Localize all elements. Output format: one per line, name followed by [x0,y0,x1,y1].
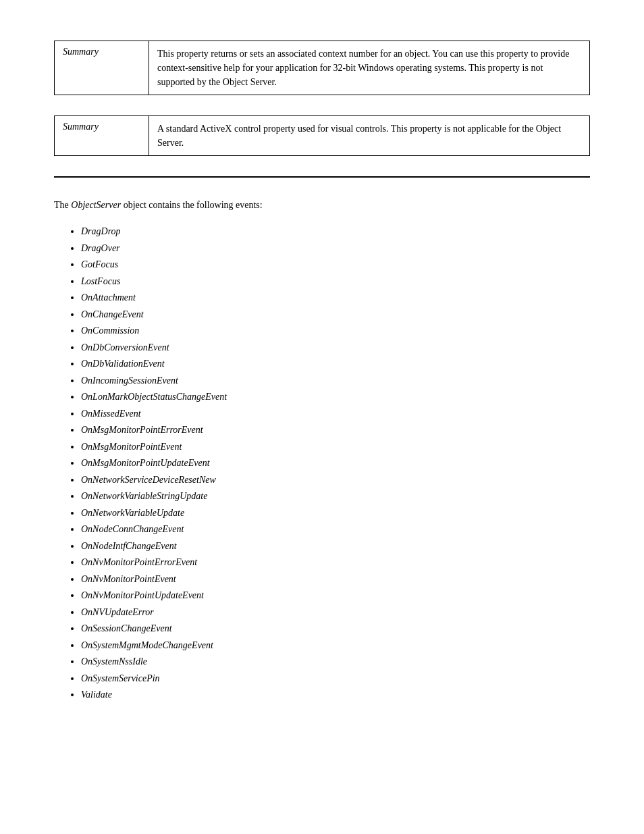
list-item: OnChangeEvent [81,307,590,323]
summary-label-1: Summary [55,41,149,95]
summary-label-2: Summary [55,116,149,156]
list-item: OnSystemNssIdle [81,654,590,671]
list-item: OnNetworkVariableUpdate [81,505,590,522]
list-item: OnSessionChangeEvent [81,621,590,637]
summary-text-1: This property returns or sets an associa… [149,41,590,95]
list-item: OnNvMonitorPointEvent [81,571,590,588]
list-item: OnNetworkVariableStringUpdate [81,488,590,505]
list-item: OnMsgMonitorPointEvent [81,439,590,456]
section-divider [54,176,590,178]
list-item: OnNodeIntfChangeEvent [81,538,590,555]
intro-paragraph: The ObjectServer object contains the fol… [54,198,590,213]
list-item: OnNVUpdateError [81,604,590,621]
list-item: OnAttachment [81,290,590,307]
summary-text-2: A standard ActiveX control property used… [149,116,590,156]
list-item: OnLonMarkObjectStatusChangeEvent [81,389,590,406]
list-item: GotFocus [81,257,590,273]
list-item: DragOver [81,240,590,257]
list-item: OnDbValidationEvent [81,356,590,373]
list-item: OnMissedEvent [81,406,590,423]
summary-table-1: Summary This property returns or sets an… [54,41,590,95]
events-list: DragDropDragOverGotFocusLostFocusOnAttac… [81,224,590,704]
intro-suffix: object contains the following events: [121,200,263,210]
list-item: OnSystemServicePin [81,671,590,687]
list-item: OnMsgMonitorPointErrorEvent [81,422,590,439]
list-item: OnIncomingSessionEvent [81,373,590,390]
summary-table-2: Summary A standard ActiveX control prope… [54,115,590,156]
list-item: OnNetworkServiceDeviceResetNew [81,472,590,489]
intro-prefix: The [54,200,71,210]
intro-object: ObjectServer [71,200,121,210]
list-item: OnNvMonitorPointUpdateEvent [81,588,590,604]
list-item: OnCommission [81,323,590,340]
list-item: LostFocus [81,273,590,290]
list-item: OnNodeConnChangeEvent [81,521,590,538]
list-item: Validate [81,687,590,704]
list-item: OnNvMonitorPointErrorEvent [81,554,590,571]
list-item: OnSystemMgmtModeChangeEvent [81,637,590,654]
list-item: DragDrop [81,224,590,240]
list-item: OnDbConversionEvent [81,340,590,357]
list-item: OnMsgMonitorPointUpdateEvent [81,455,590,472]
